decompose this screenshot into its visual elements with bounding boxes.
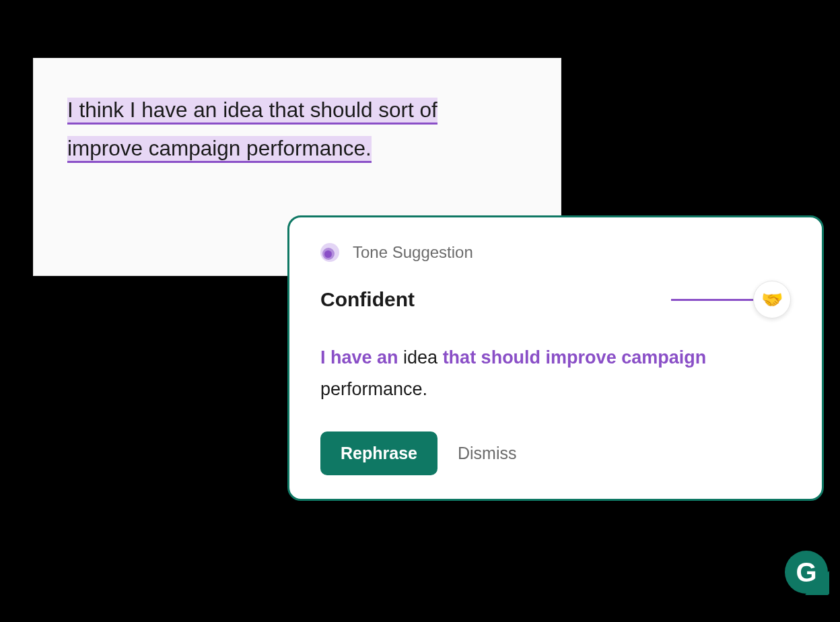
highlighted-line-1: I think I have an idea that should sort … xyxy=(67,98,438,125)
highlighted-line-2: improve campaign performance. xyxy=(67,136,372,163)
rephrase-button[interactable]: Rephrase xyxy=(320,431,438,475)
suggestion-rewrite-text: I have an idea that should improve campa… xyxy=(320,342,791,406)
grammarly-badge[interactable]: G xyxy=(785,551,828,594)
tone-suggestion-card: Tone Suggestion Confident 🤝 I have an id… xyxy=(287,215,824,501)
suggestion-header: Tone Suggestion xyxy=(320,243,791,262)
grammarly-logo-icon: G xyxy=(796,559,816,586)
tone-slider[interactable]: 🤝 xyxy=(671,281,791,318)
suggestion-title-row: Confident 🤝 xyxy=(320,281,791,318)
suggestion-actions: Rephrase Dismiss xyxy=(320,431,791,475)
dismiss-button[interactable]: Dismiss xyxy=(458,444,517,463)
slider-emoji[interactable]: 🤝 xyxy=(753,281,791,318)
tone-title: Confident xyxy=(320,288,415,311)
handshake-icon: 🤝 xyxy=(761,289,783,310)
tone-icon xyxy=(320,243,339,262)
rewrite-seg4: performance. xyxy=(320,379,427,399)
rewrite-seg3: that should improve campaign xyxy=(443,347,707,368)
suggestion-label: Tone Suggestion xyxy=(353,243,473,262)
slider-track xyxy=(671,299,755,301)
highlighted-sentence[interactable]: I think I have an idea that should sort … xyxy=(67,91,527,167)
rewrite-seg2: idea xyxy=(398,347,443,368)
rewrite-seg1: I have an xyxy=(320,347,398,368)
